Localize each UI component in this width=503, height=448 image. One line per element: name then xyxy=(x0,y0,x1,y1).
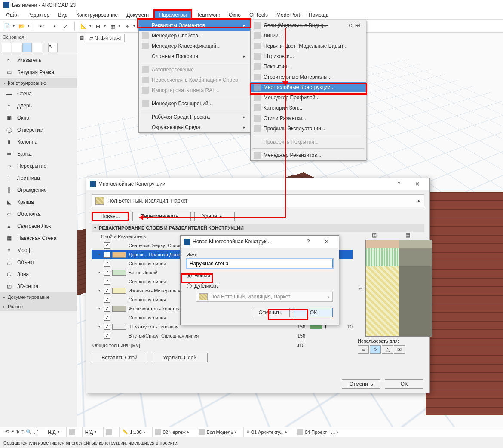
checkbox[interactable]: ✓ xyxy=(104,306,110,312)
tool-marquee[interactable]: ▭Бегущая Рамка xyxy=(0,66,77,78)
duplicate-source-select[interactable]: Пол Бетонный, Изоляция, Паркет ▸ xyxy=(196,292,333,302)
tool-2[interactable]: ▣Окно xyxy=(0,112,77,124)
dialog2-cancel[interactable]: Отменить xyxy=(251,308,290,317)
tb-open-icon[interactable]: 📂 xyxy=(16,21,27,31)
radio-duplicate-row[interactable]: Дубликат: xyxy=(187,283,333,289)
btn-remove-skin[interactable]: Удалить Слой xyxy=(152,353,208,362)
tool-11[interactable]: ▲Световой Люк xyxy=(0,220,77,232)
sb-scale[interactable]: 📏1:100▸ xyxy=(119,427,148,437)
tool-13[interactable]: ◊Морф xyxy=(0,244,77,256)
ib-cursor[interactable]: ↖ xyxy=(48,43,58,52)
sb-project[interactable]: 04 Проект - ...▸ xyxy=(294,427,341,437)
sb-model[interactable]: Вся Модель▸ xyxy=(196,427,239,437)
tb-pick-icon[interactable]: ↗ xyxy=(61,21,71,31)
group-design[interactable]: Конструирование xyxy=(0,78,77,88)
btn-new-composite[interactable]: Новая... xyxy=(92,212,129,221)
menu-item[interactable]: Менеджер Классификаций... xyxy=(139,41,250,51)
radio-duplicate[interactable] xyxy=(187,283,192,288)
tool-0[interactable]: ▬Стена xyxy=(0,88,77,100)
dialog1-cancel[interactable]: Отменить xyxy=(342,379,380,389)
name-input[interactable] xyxy=(187,259,333,268)
material-swatch-icon[interactable] xyxy=(112,288,126,294)
sb-nav-icons[interactable]: ⟲ ⤢ ⊕ ⊖ 🔍 ⛶ xyxy=(3,427,40,437)
menu-параметры[interactable]: Параметры xyxy=(153,9,192,21)
menu-item[interactable]: Многослойные Конструкции... xyxy=(251,82,366,92)
menu-item[interactable]: Штриховки... xyxy=(251,51,366,61)
menu-modelport[interactable]: ModelPort xyxy=(272,11,304,19)
composite-selector[interactable]: Пол Бетонный, Изоляция, Паркет ▸ xyxy=(92,194,424,207)
view-tab[interactable]: ▱[1. 1-й этаж] xyxy=(86,34,125,42)
tb-undo-icon[interactable]: ↶ xyxy=(37,21,47,31)
checkbox[interactable]: ✓ xyxy=(104,288,110,294)
checkbox[interactable]: ✓ xyxy=(104,242,110,249)
radio-new[interactable] xyxy=(187,273,192,278)
btn-delete-composite[interactable]: Удалить... xyxy=(194,212,235,221)
tool-9[interactable]: ◣Крыша xyxy=(0,196,77,208)
usefor-roof-icon[interactable]: △ xyxy=(382,345,393,354)
menu-item[interactable]: Менеджер Свойств... xyxy=(139,31,250,41)
tool-4[interactable]: ▮Колонна xyxy=(0,136,77,148)
menu-item[interactable]: Покрытия... xyxy=(251,61,366,72)
group-doc[interactable]: Документирование xyxy=(0,292,77,302)
tool-8[interactable]: ╫Ограждение xyxy=(0,184,77,196)
tool-15[interactable]: ⬡Зона xyxy=(0,268,77,280)
dialog2-close[interactable]: ✕ xyxy=(318,238,335,245)
layer-row[interactable]: ✓Внутри/Снизу: Сплошная линия156 xyxy=(92,331,353,340)
menu-item[interactable]: Менеджер Реквизитов... xyxy=(251,150,366,160)
ib-4[interactable] xyxy=(33,43,42,52)
dialog2-ok[interactable]: ОК xyxy=(294,308,333,317)
menu-конструирование[interactable]: Конструирование xyxy=(72,11,122,19)
tool-10[interactable]: ⊂Оболочка xyxy=(0,208,77,220)
menu-item[interactable]: Строительные Материалы... xyxy=(251,72,366,82)
usefor-shell-icon[interactable]: ✉ xyxy=(394,345,405,354)
arrow-adjust-icon[interactable]: ↔ xyxy=(358,285,364,292)
checkbox[interactable]: ✓ xyxy=(104,315,110,321)
tool-14[interactable]: ⬚Объект xyxy=(0,256,77,268)
tb-new-icon[interactable]: 📄 xyxy=(2,21,12,31)
tool-12[interactable]: ▦Навесная Стена xyxy=(0,232,77,244)
tb-grid-icon[interactable]: ▦ xyxy=(107,21,118,31)
menu-item[interactable]: Менеджер Профилей... xyxy=(251,92,366,103)
chevron-icon[interactable]: ▾ xyxy=(97,325,102,328)
ib-1[interactable] xyxy=(2,43,11,52)
menu-item[interactable]: Перья и Цвет (Модельные Виды)... xyxy=(251,41,366,51)
view-tabs-icon[interactable]: ▦ xyxy=(79,35,84,41)
section-edit-skins[interactable]: РЕДАКТИРОВАНИЕ СЛОЕВ И РАЗДЕЛИТЕЛЕЙ КОНС… xyxy=(92,224,424,232)
menu-teamwork[interactable]: Teamwork xyxy=(192,11,224,19)
tb-redo-icon[interactable]: ↷ xyxy=(49,21,59,31)
checkbox[interactable]: ✓ xyxy=(104,279,110,285)
material-swatch-icon[interactable] xyxy=(112,252,126,258)
hatch-icon[interactable]: ▨ xyxy=(372,232,377,240)
sb-arch[interactable]: ⊎01 Архитекту...▸ xyxy=(243,427,290,437)
sb-nd1[interactable]: Н/Д▾ xyxy=(45,427,61,437)
tool-arrow[interactable]: ↖Указатель xyxy=(0,54,77,66)
tool-5[interactable]: ═Балка xyxy=(0,148,77,160)
sb-drawing[interactable]: 02 Чертеж▸ xyxy=(152,427,192,437)
fill-icon[interactable]: ▤ xyxy=(405,232,410,240)
menu-окно[interactable]: Окно xyxy=(224,11,245,19)
menu-item[interactable]: Сложные Профили▸ xyxy=(139,51,250,61)
tb-measure-icon[interactable]: 📐 xyxy=(78,21,89,31)
checkbox[interactable]: ✓ xyxy=(104,252,110,258)
dialog2-titlebar[interactable]: Новая Многослойная Конструк... ? ✕ xyxy=(181,236,339,248)
dialog2-help[interactable]: ? xyxy=(302,239,315,245)
menu-документ[interactable]: Документ xyxy=(122,11,153,19)
menu-item[interactable]: Окружающая Среда▸ xyxy=(139,122,250,132)
sb-nd2[interactable]: Н/Д▾ xyxy=(82,427,99,437)
dialog1-titlebar[interactable]: Многослойные Конструкции ? ✕ xyxy=(86,178,429,190)
tb-snap-icon[interactable]: ⌖ xyxy=(122,21,132,31)
ib-3[interactable] xyxy=(22,43,32,52)
menu-item[interactable]: Слои (Модельные Виды)...Ctrl+L xyxy=(251,20,366,31)
menu-item[interactable]: Реквизиты Элементов▸ xyxy=(139,20,250,31)
dialog1-help[interactable]: ? xyxy=(393,181,405,187)
tool-7[interactable]: ⌇Лестница xyxy=(0,172,77,184)
menu-item[interactable]: Рабочая Среда Проекта▸ xyxy=(139,112,250,122)
menu-item[interactable]: Менеджер Расширений... xyxy=(139,98,250,109)
material-swatch-icon[interactable] xyxy=(112,270,126,276)
menu-редактор[interactable]: Редактор xyxy=(23,11,54,19)
menu-item[interactable]: Профили Эксплуатации... xyxy=(251,123,366,134)
checkbox[interactable]: ✓ xyxy=(104,333,110,339)
radio-new-row[interactable]: Новый xyxy=(187,273,333,279)
tool-6[interactable]: ▱Перекрытие xyxy=(0,160,77,172)
tool-1[interactable]: ⌂Дверь xyxy=(0,100,77,112)
